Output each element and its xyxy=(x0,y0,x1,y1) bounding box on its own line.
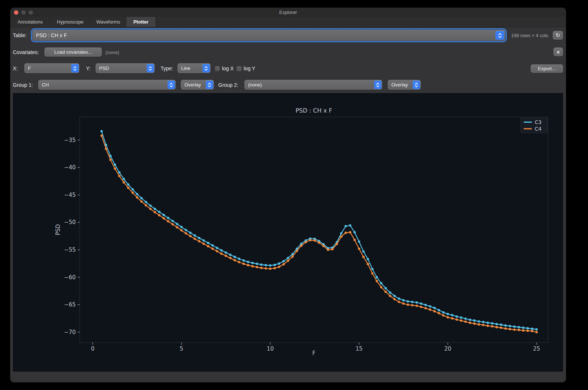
chart-canvas[interactable]: 0510152025F−70−65−60−55−50−45−40−35PSDPS… xyxy=(13,93,563,372)
svg-text:−50: −50 xyxy=(64,219,76,226)
log-y-checkbox[interactable] xyxy=(236,66,242,71)
tab-plotter[interactable]: Plotter xyxy=(126,17,156,27)
zoom-window-icon[interactable] xyxy=(29,10,33,15)
covariates-status: (none) xyxy=(105,50,119,55)
close-window-icon[interactable] xyxy=(14,10,18,15)
tab-label: Waveforms xyxy=(96,19,120,25)
tab-label: Hypnoscope xyxy=(57,19,83,25)
svg-text:−40: −40 xyxy=(64,164,76,171)
chevron-up-down-icon xyxy=(168,81,175,89)
load-covariates-label: Load covariates... xyxy=(54,49,92,55)
svg-text:−65: −65 xyxy=(64,301,76,308)
tab-annotations[interactable]: Annotations xyxy=(10,17,50,27)
group1-mode-select[interactable]: Overlay xyxy=(181,80,214,90)
svg-text:25: 25 xyxy=(533,345,540,352)
group1-mode-value: Overlay xyxy=(181,82,205,88)
svg-text:C4: C4 xyxy=(535,126,542,132)
refresh-button[interactable]: ↻ xyxy=(553,31,563,40)
x-axis-select[interactable]: F xyxy=(24,63,79,73)
svg-text:−55: −55 xyxy=(64,247,76,253)
x-axis: 0510152025F xyxy=(91,343,540,357)
series-c3-line xyxy=(101,131,537,329)
y-axis-label: Y: xyxy=(86,65,90,71)
table-select-value: PSD : CH x F xyxy=(32,32,494,38)
refresh-icon: ↻ xyxy=(556,32,560,39)
export-button[interactable]: Export... xyxy=(531,64,563,73)
chevron-up-down-icon xyxy=(202,64,210,72)
covariates-label: Covariates: xyxy=(13,49,39,55)
y-axis-select[interactable]: PSD xyxy=(96,63,155,73)
group1-value: CH xyxy=(38,82,167,88)
chart-title: PSD : CH x F xyxy=(295,107,332,114)
title-bar: Explorer xyxy=(10,8,566,17)
minimize-window-icon[interactable] xyxy=(21,10,26,15)
svg-text:−45: −45 xyxy=(64,192,76,198)
tab-bar: Annotations Hypnoscope Waveforms Plotter xyxy=(10,17,566,27)
svg-text:PSD: PSD xyxy=(55,224,61,235)
svg-text:C3: C3 xyxy=(535,119,542,125)
series-c4 xyxy=(100,135,538,333)
window-title: Explorer xyxy=(10,8,566,17)
svg-text:5: 5 xyxy=(180,345,183,352)
plot-area xyxy=(80,117,548,343)
type-label: Type: xyxy=(161,65,173,71)
table-shape-info: 198 rows × 4 cols xyxy=(506,33,548,38)
svg-text:10: 10 xyxy=(267,345,274,352)
svg-text:20: 20 xyxy=(444,345,451,352)
group2-mode-select[interactable]: Overlay xyxy=(388,80,421,90)
tab-waveforms[interactable]: Waveforms xyxy=(90,17,126,27)
chevron-up-down-icon xyxy=(495,31,504,40)
chevron-up-down-icon xyxy=(413,81,420,89)
close-panel-button[interactable]: × xyxy=(553,47,563,56)
chevron-up-down-icon xyxy=(147,64,154,72)
traffic-lights xyxy=(14,10,33,15)
type-value: Line xyxy=(178,65,202,71)
log-y-label: log Y xyxy=(244,65,255,71)
tab-label: Plotter xyxy=(133,19,148,25)
table-label: Table: xyxy=(13,32,26,38)
y-axis-value: PSD xyxy=(96,65,146,71)
x-axis-value: F xyxy=(24,65,71,71)
group1-label: Group 1: xyxy=(13,82,33,88)
legend: C3C4 xyxy=(521,118,547,133)
svg-text:−60: −60 xyxy=(64,274,76,281)
series-c3 xyxy=(100,130,538,331)
group2-value: (none) xyxy=(244,82,373,88)
group1-select[interactable]: CH xyxy=(38,80,176,90)
tab-label: Annotations xyxy=(18,19,43,25)
load-covariates-button[interactable]: Load covariates... xyxy=(44,47,102,57)
log-x-label: log X xyxy=(222,65,234,71)
chevron-up-down-icon xyxy=(206,81,213,89)
y-axis: −70−65−60−55−50−45−40−35PSD xyxy=(55,137,80,336)
svg-text:−70: −70 xyxy=(64,329,76,336)
svg-text:15: 15 xyxy=(355,345,362,352)
table-select[interactable]: PSD : CH x F xyxy=(32,30,505,41)
log-x-checkbox[interactable] xyxy=(215,66,220,71)
tab-hypnoscope[interactable]: Hypnoscope xyxy=(50,17,90,27)
app-window: Explorer Annotations Hypnoscope Waveform… xyxy=(10,8,566,382)
svg-text:0: 0 xyxy=(91,345,94,352)
group2-mode-value: Overlay xyxy=(388,82,412,88)
type-select[interactable]: Line xyxy=(178,63,211,73)
x-axis-label: X: xyxy=(13,65,18,71)
group2-label: Group 2: xyxy=(218,82,238,88)
chevron-up-down-icon xyxy=(374,81,381,89)
chevron-up-down-icon xyxy=(71,64,79,72)
psd-chart: 0510152025F−70−65−60−55−50−45−40−35PSDPS… xyxy=(13,93,563,372)
svg-text:−35: −35 xyxy=(64,137,76,143)
group2-select[interactable]: (none) xyxy=(244,80,382,90)
close-icon: × xyxy=(557,49,560,55)
export-label: Export... xyxy=(538,66,556,71)
series-c4-line xyxy=(101,136,537,332)
svg-text:F: F xyxy=(312,350,316,357)
